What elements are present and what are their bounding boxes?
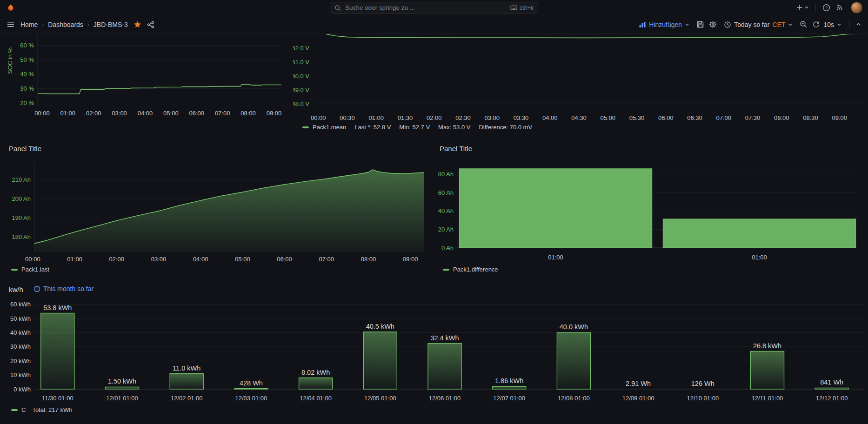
- news-button[interactable]: [834, 2, 845, 13]
- capacity-chart[interactable]: 210 Ah200 Ah190 Ah180 Ah00:0001:0002:000…: [0, 163, 429, 270]
- bar[interactable]: [170, 374, 203, 389]
- bar[interactable]: [428, 344, 461, 389]
- bar[interactable]: [460, 169, 652, 248]
- voltage-legend[interactable]: Pack1.mean Last *: 52.8 V Min: 52.7 V Ma…: [302, 124, 532, 131]
- search-shortcut-label: ctrl+k: [520, 5, 534, 11]
- y-tick-label: 190 Ah: [12, 214, 31, 221]
- legend-swatch: [11, 269, 18, 271]
- value-label: 126 Wh: [691, 380, 714, 387]
- save-button[interactable]: [694, 19, 706, 30]
- share-icon: [147, 21, 154, 28]
- search-input-wrapper[interactable]: ctrl+k: [330, 2, 538, 13]
- y-tick-label: 50 kWh: [10, 315, 31, 322]
- energy-chart[interactable]: 60 kWh50 kWh40 kWh30 kWh20 kWh10 kWh0 kW…: [0, 301, 868, 411]
- energy-plot[interactable]: 60 kWh50 kWh40 kWh30 kWh20 kWh10 kWh0 kW…: [0, 301, 868, 411]
- y-tick-label: 20 Ah: [438, 226, 454, 233]
- bar[interactable]: [363, 332, 397, 389]
- x-tick-label: 07:00: [319, 256, 334, 263]
- value-label: 8.02 kWh: [301, 369, 330, 376]
- voltage-chart[interactable]: 52.0 V51.0 V50.0 V49.0 V48.0 V00:0000:30…: [293, 34, 868, 150]
- svg-text:?: ?: [825, 5, 828, 10]
- x-tick-label: 06:30: [687, 114, 702, 121]
- new-button[interactable]: [794, 2, 811, 13]
- x-tick-label: 01:00: [548, 254, 563, 261]
- y-tick-label: 40 Ah: [438, 207, 454, 214]
- energy-legend[interactable]: C Total: 217 kWh: [11, 406, 72, 413]
- favorite-button[interactable]: [132, 19, 143, 30]
- y-tick-label: 60 kWh: [10, 301, 31, 308]
- y-tick-label: 48.0 V: [293, 100, 309, 107]
- y-tick-label: 40 kWh: [10, 329, 31, 336]
- energy-panel-title[interactable]: kw/h: [9, 285, 23, 293]
- x-tick-label: 09:00: [403, 256, 418, 263]
- soc-chart[interactable]: 60 %50 %40 %30 %20 %00:0001:0002:0003:00…: [0, 34, 287, 150]
- breadcrumb-current[interactable]: JBD-BMS-3: [92, 20, 130, 29]
- keyboard-icon: [510, 5, 517, 11]
- bar[interactable]: [41, 313, 74, 389]
- menu-button[interactable]: [5, 19, 17, 30]
- x-tick-label: 04:00: [193, 256, 208, 263]
- x-tick-label: 07:00: [215, 110, 230, 117]
- bar[interactable]: [234, 389, 268, 389]
- bar[interactable]: [663, 219, 856, 248]
- collapse-button[interactable]: [854, 20, 863, 29]
- grafana-dashboard: ctrl+k ?: [0, 0, 868, 424]
- y-tick-label: 50.0 V: [293, 73, 309, 80]
- bar[interactable]: [751, 351, 784, 389]
- energy-link-label[interactable]: This month so far: [43, 285, 93, 292]
- x-tick-label: 05:00: [163, 110, 179, 117]
- divider: [849, 21, 850, 28]
- breadcrumb-dashboards[interactable]: Dashboards: [46, 20, 85, 29]
- bar[interactable]: [493, 386, 526, 389]
- x-tick-label: 02:00: [109, 256, 125, 263]
- user-avatar[interactable]: [851, 2, 862, 13]
- share-button[interactable]: [145, 19, 156, 30]
- x-tick-label: 05:30: [629, 114, 645, 121]
- zoom-out-icon: [800, 20, 808, 28]
- x-tick-label: 03:00: [151, 256, 167, 263]
- value-label: 40.0 kWh: [560, 323, 588, 331]
- zoom-out-button[interactable]: [798, 19, 809, 30]
- chevron-down-icon: [788, 22, 793, 27]
- x-tick-label: 06:00: [189, 110, 204, 117]
- top-search-bar: ctrl+k ?: [0, 0, 868, 15]
- capacity-legend[interactable]: Pack1.last: [11, 266, 49, 273]
- difference-panel-title[interactable]: Panel Title: [440, 145, 472, 152]
- legend-series-label[interactable]: Pack1.last: [21, 266, 49, 273]
- settings-button[interactable]: [707, 19, 719, 30]
- energy-panel-link[interactable]: This month so far: [33, 285, 93, 292]
- search-input[interactable]: [344, 4, 507, 12]
- voltage-plot[interactable]: 52.0 V51.0 V50.0 V49.0 V48.0 V00:0000:30…: [293, 34, 868, 150]
- question-circle-icon: ?: [822, 4, 830, 12]
- hamburger-icon: [7, 21, 15, 28]
- add-panel-button[interactable]: Hinzufügen: [634, 17, 694, 32]
- soc-plot[interactable]: 60 %50 %40 %30 %20 %00:0001:0002:0003:00…: [0, 34, 287, 150]
- x-tick-label: 06:00: [277, 256, 292, 263]
- breadcrumb-home[interactable]: Home: [19, 20, 40, 29]
- difference-plot[interactable]: 80 Ah60 Ah40 Ah20 Ah0 Ah01:0001:00: [435, 166, 868, 266]
- y-tick-label: 51.0 V: [293, 59, 309, 66]
- refresh-interval-picker[interactable]: 10s: [822, 17, 846, 32]
- help-button[interactable]: ?: [821, 2, 832, 13]
- legend-series-label[interactable]: C: [21, 406, 26, 413]
- difference-chart[interactable]: 80 Ah60 Ah40 Ah20 Ah0 Ah01:0001:00: [435, 166, 868, 266]
- time-range-picker[interactable]: Today so far CET: [720, 17, 797, 32]
- capacity-plot[interactable]: 210 Ah200 Ah190 Ah180 Ah00:0001:0002:000…: [0, 163, 429, 270]
- legend-series-label[interactable]: Pack1.mean: [313, 124, 346, 131]
- x-tick-label: 07:30: [745, 114, 761, 121]
- x-tick-label: 00:00: [311, 114, 326, 121]
- bar[interactable]: [299, 378, 333, 389]
- bar[interactable]: [815, 388, 848, 389]
- difference-legend[interactable]: Pack1.difference: [443, 266, 498, 273]
- capacity-panel-title[interactable]: Panel Title: [9, 145, 41, 152]
- x-tick-label: 01:00: [67, 256, 82, 263]
- bar[interactable]: [557, 332, 590, 389]
- refresh-button[interactable]: [810, 19, 821, 30]
- legend-series-label[interactable]: Pack1.difference: [453, 266, 498, 273]
- series-line: [38, 84, 281, 94]
- grafana-logo-icon[interactable]: [6, 2, 16, 13]
- legend-swatch: [11, 409, 18, 411]
- bar[interactable]: [106, 387, 139, 389]
- value-label: 26.8 kWh: [753, 342, 781, 350]
- x-tick-label: 04:00: [542, 114, 558, 121]
